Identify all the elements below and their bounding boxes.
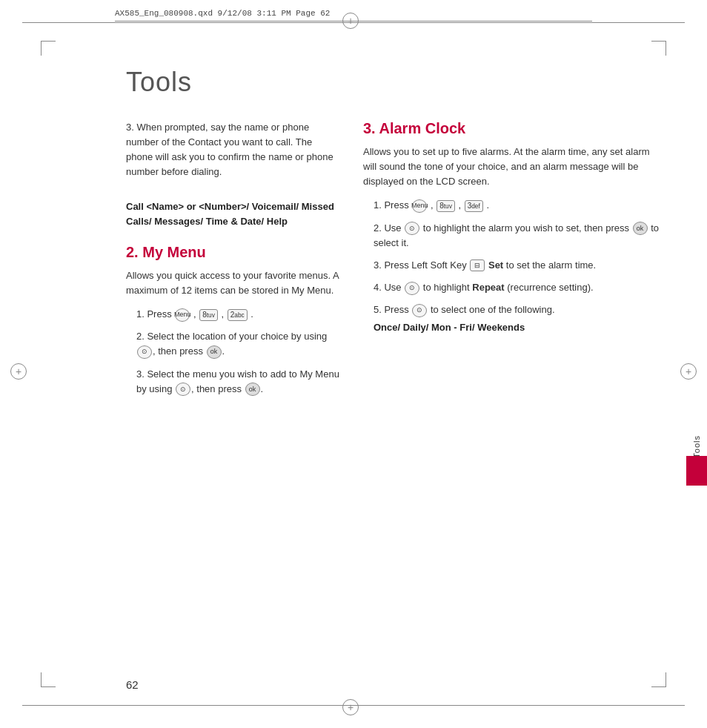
- alarm-clock-heading: 3. Alarm Clock: [363, 120, 663, 137]
- key-2abc: 2abc: [228, 309, 248, 321]
- sidebar-tab: Tools: [686, 411, 707, 486]
- nav-key-4: ⊙: [405, 282, 419, 295]
- alarm-step2-text: 2. Use ⊙ to highlight the alarm you wish…: [374, 222, 659, 248]
- menu-key-1: Menu: [175, 308, 190, 322]
- alarm-step4-text: 4. Use ⊙ to highlight Repeat (recurrence…: [374, 282, 594, 293]
- nav-key-1: ⊙: [137, 345, 152, 359]
- reg-mark-left: [10, 363, 27, 380]
- my-menu-step3-text: 3. Select the menu you wish to add to My…: [136, 368, 339, 394]
- my-menu-heading: 2. My Menu: [126, 244, 341, 261]
- alarm-step5-text: 5. Press ⊙ to select one of the followin…: [374, 304, 555, 315]
- alarm-step5-options: Once/ Daily/ Mon - Fri/ Weekends: [374, 320, 663, 335]
- sidebar-tab-label: Tools: [692, 435, 701, 458]
- left-step3-text: 3. When prompted, say the name or phone …: [126, 120, 341, 180]
- right-column: 3. Alarm Clock Allows you to set up to f…: [363, 120, 663, 404]
- reg-mark-bottom: [342, 699, 359, 715]
- nav-key-5: ⊙: [412, 304, 427, 317]
- page-title: Tools: [126, 67, 663, 98]
- left-step3: 3. When prompted, say the name or phone …: [126, 120, 341, 180]
- ok-key-1: ok: [207, 345, 222, 359]
- key-3def: 3def: [465, 200, 483, 212]
- two-column-layout: 3. When prompted, say the name or phone …: [126, 120, 663, 404]
- corner-mark-tl: [41, 41, 56, 56]
- alarm-clock-body: Allows you to set up to five alarms. At …: [363, 145, 663, 189]
- key-8tuv-2: 8tuv: [437, 200, 455, 212]
- key-8tuv-1: 8tuv: [199, 309, 218, 321]
- sidebar-tab-bar: [686, 456, 707, 486]
- alarm-step3-text: 3. Press Left Soft Key ⊟ Set to set the …: [374, 259, 596, 271]
- alarm-step2: 2. Use ⊙ to highlight the alarm you wish…: [363, 221, 663, 251]
- alarm-step3: 3. Press Left Soft Key ⊟ Set to set the …: [363, 258, 663, 273]
- reg-mark-top: [342, 13, 359, 29]
- reg-mark-right: [680, 363, 697, 380]
- corner-mark-tr: [651, 41, 666, 56]
- nav-key-3: ⊙: [405, 222, 419, 235]
- my-menu-body: Allows you quick access to your favorite…: [126, 268, 341, 298]
- my-menu-step1: 1. Press Menu , 8tuv , 2abc .: [126, 307, 341, 322]
- main-content: Tools 3. When prompted, say the name or …: [126, 67, 663, 676]
- ok-key-3: ok: [633, 222, 648, 235]
- my-menu-step2: 2. Select the location of your choice by…: [126, 329, 341, 359]
- my-menu-step3: 3. Select the menu you wish to add to My…: [126, 367, 341, 397]
- alarm-step1-text: 1. Press Menu , 8tuv , 3def .: [374, 199, 489, 211]
- alarm-step1: 1. Press Menu , 8tuv , 3def .: [363, 198, 663, 213]
- softkey-set: ⊟: [470, 259, 485, 271]
- page-number: 62: [126, 678, 139, 691]
- bold-list: Call <Name> or <Number>/ Voicemail/ Miss…: [126, 199, 341, 229]
- left-column: 3. When prompted, say the name or phone …: [126, 120, 341, 404]
- my-menu-step2-text: 2. Select the location of your choice by…: [136, 331, 327, 357]
- menu-key-2: Menu: [412, 199, 427, 213]
- ok-key-2: ok: [245, 383, 260, 396]
- corner-mark-bl: [41, 672, 56, 687]
- alarm-step5: 5. Press ⊙ to select one of the followin…: [363, 302, 663, 335]
- nav-key-2: ⊙: [176, 383, 190, 396]
- divider1: [126, 188, 341, 199]
- my-menu-step1-label: 1. Press: [136, 308, 172, 320]
- alarm-step4: 4. Use ⊙ to highlight Repeat (recurrence…: [363, 280, 663, 295]
